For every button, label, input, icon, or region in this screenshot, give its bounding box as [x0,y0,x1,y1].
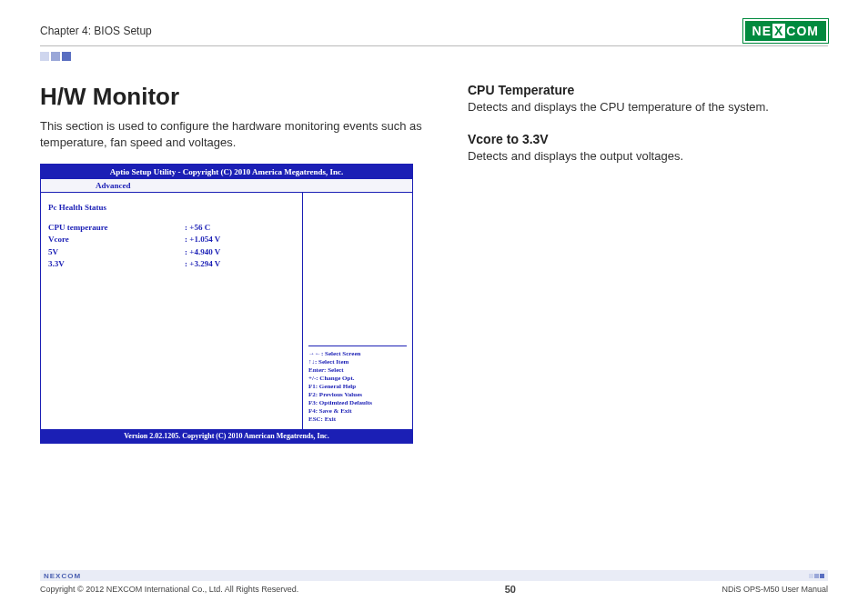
bios-row-label: 5V [48,246,185,259]
bios-screenshot: Aptio Setup Utility - Copyright (C) 2010… [40,164,413,444]
bios-row-label: CPU temperaure [48,222,185,235]
chapter-label: Chapter 4: BIOS Setup [40,25,152,37]
bios-row: CPU temperaure: +56 C [48,222,295,235]
bios-side-panel: →←: Select Screen↑↓: Select ItemEnter: S… [303,193,412,429]
logo-text-post: COM [786,24,819,38]
bios-title-bar: Aptio Setup Utility - Copyright (C) 2010… [41,165,412,179]
bios-help-line: F4: Save & Exit [308,407,407,416]
bios-row: 3.3V: +3.294 V [48,258,295,271]
bios-row-value: : +1.054 V [185,234,220,246]
subhead-cpu-temp: CPU Temperature [468,83,828,97]
bios-row-label: 3.3V [48,258,185,271]
bios-help-line: →←: Select Screen [308,350,407,358]
subtext-vcore: Detects and displays the output voltages… [468,148,828,165]
bios-help-line: F1: General Help [308,383,407,391]
subhead-vcore: Vcore to 3.3V [468,132,828,146]
bios-row-value: : +56 C [185,222,210,235]
page-footer: NEXCOM Copyright © 2012 NEXCOM Internati… [40,570,828,595]
bios-help-line: F3: Optimized Defaults [308,399,407,407]
bios-help-line: ESC: Exit [308,416,407,424]
logo-text-x: X [772,24,785,38]
bios-footer-bar: Version 2.02.1205. Copyright (C) 2010 Am… [41,429,412,443]
page-title: H/W Monitor [40,83,431,111]
bios-help-panel: →←: Select Screen↑↓: Select ItemEnter: S… [308,346,407,425]
subtext-cpu-temp: Detects and displays the CPU temperature… [468,99,828,115]
bios-help-line: +/-: Change Opt. [308,375,407,383]
bios-help-line: F2: Previous Values [308,391,407,399]
footer-logo: NEXCOM [44,572,81,580]
bios-main-panel: Pc Health Status CPU temperaure: +56 CVc… [41,193,303,429]
page-number: 50 [505,584,516,595]
bios-tab-advanced: Advanced [41,179,412,193]
bios-help-line: ↑↓: Select Item [308,358,407,366]
bios-row-value: : +3.294 V [185,258,220,271]
bios-row: Vcore: +1.054 V [48,234,295,246]
bios-help-line: Enter: Select [308,366,407,375]
brand-logo: NEXCOM [743,20,828,42]
decor-squares [40,52,828,61]
logo-text-pre: NE [752,24,772,38]
intro-text: This section is used to configure the ha… [40,118,431,151]
bios-row-value: : +4.940 V [185,246,220,259]
footer-decor-icon [809,574,824,578]
page-header: Chapter 4: BIOS Setup NEXCOM [40,20,828,46]
footer-copyright: Copyright © 2012 NEXCOM International Co… [40,585,298,594]
footer-manual: NDiS OPS-M50 User Manual [722,585,828,594]
bios-row-label: Vcore [48,234,185,246]
bios-row: 5V: +4.940 V [48,246,295,259]
bios-section-header: Pc Health Status [48,202,295,215]
